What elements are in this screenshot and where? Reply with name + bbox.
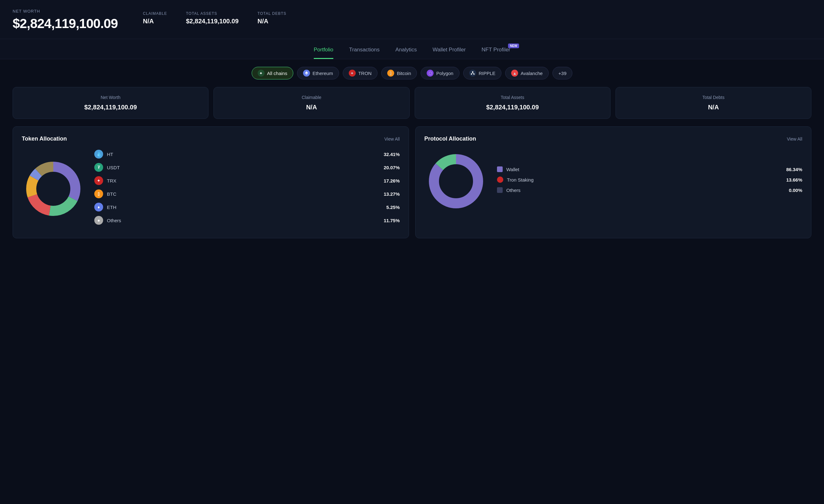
wallet-color	[497, 166, 503, 172]
token-allocation-card: Token Allocation View All	[13, 126, 409, 238]
claimable-value: N/A	[143, 18, 167, 25]
polygon-label: Polygon	[436, 71, 453, 76]
ethereum-label: Ethereum	[312, 71, 333, 76]
chain-btn-avalanche[interactable]: ▲ Avalanche	[505, 67, 549, 80]
tron-icon: ✦	[349, 70, 356, 77]
stats-card-networth: Net Worth $2,824,119,100.09	[13, 87, 208, 119]
ht-icon: 💧	[94, 150, 103, 158]
protocol-donut-chart	[424, 150, 488, 214]
new-badge: NEW	[508, 43, 519, 48]
tab-portfolio[interactable]: Portfolio	[314, 47, 333, 59]
svg-line-6	[473, 73, 474, 74]
total-assets-label: TOTAL ASSETS	[186, 11, 239, 16]
allchains-icon: ✦	[258, 70, 265, 77]
svg-marker-0	[305, 71, 308, 74]
others-token-pct: 11.75%	[384, 218, 400, 223]
ht-name: HT	[107, 152, 380, 157]
token-allocation-legend: 💧 HT 32.41% ₮ USDT 20.07% ✦ TRX 17.26% ₿…	[94, 150, 400, 229]
token-allocation-title: Token Allocation	[22, 136, 67, 142]
avalanche-icon: ▲	[511, 70, 518, 77]
chain-btn-allchains[interactable]: ✦ All chains	[251, 67, 293, 80]
avalanche-label: Avalanche	[521, 71, 543, 76]
usdt-name: USDT	[107, 165, 380, 170]
token-donut-chart	[22, 157, 85, 222]
others-token-icon: ●	[94, 216, 103, 225]
token-allocation-content: 💧 HT 32.41% ₮ USDT 20.07% ✦ TRX 17.26% ₿…	[22, 150, 400, 229]
stats-card-totalassets-label: Total Assets	[424, 95, 601, 100]
legend-item-tron-staking: Tron Staking 13.66%	[497, 176, 803, 183]
wallet-pct: 86.34%	[786, 167, 802, 172]
net-worth-value: $2,824,119,100.09	[13, 16, 118, 31]
total-debts-stat: TOTAL DEBTS N/A	[258, 11, 286, 25]
tab-analytics[interactable]: Analytics	[395, 47, 417, 59]
tab-transactions[interactable]: Transactions	[349, 47, 380, 59]
claimable-stat: CLAIMABLE N/A	[143, 11, 167, 25]
polygon-icon: ⬡	[427, 70, 434, 77]
stats-card-claimable-value: N/A	[223, 104, 400, 111]
btc-icon: ₿	[94, 190, 103, 198]
stats-card-claimable-label: Claimable	[223, 95, 400, 100]
tab-nft-profiler[interactable]: NFT Profiler NEW	[482, 47, 510, 59]
tab-wallet-profiler[interactable]: Wallet Profiler	[433, 47, 466, 59]
trx-icon: ✦	[94, 176, 103, 185]
trx-name: TRX	[107, 178, 380, 183]
top-bar: NET WORTH $2,824,119,100.09 CLAIMABLE N/…	[0, 0, 824, 39]
legend-item-ht: 💧 HT 32.41%	[94, 150, 400, 158]
eth-pct: 5.25%	[386, 205, 400, 210]
ripple-label: RIPPLE	[479, 71, 495, 76]
total-assets-stat: TOTAL ASSETS $2,824,119,100.09	[186, 11, 239, 25]
others-token-name: Others	[107, 218, 380, 223]
chain-btn-tron[interactable]: ✦ TRON	[343, 67, 378, 80]
stats-card-networth-value: $2,824,119,100.09	[22, 104, 199, 111]
legend-item-eth: ♦ ETH 5.25%	[94, 203, 400, 212]
btc-name: BTC	[107, 191, 380, 197]
chain-btn-more[interactable]: +39	[552, 67, 573, 80]
stats-cards: Net Worth $2,824,119,100.09 Claimable N/…	[0, 87, 824, 126]
btc-pct: 13.27%	[384, 191, 400, 197]
more-chains-label: +39	[558, 71, 566, 76]
total-debts-label: TOTAL DEBTS	[258, 11, 286, 16]
ht-pct: 32.41%	[384, 152, 400, 157]
svg-point-16	[440, 165, 472, 197]
nav-tabs: Portfolio Transactions Analytics Wallet …	[0, 39, 824, 59]
others-protocol-name: Others	[506, 187, 785, 193]
trx-pct: 17.26%	[384, 178, 400, 183]
protocol-allocation-title: Protocol Allocation	[424, 136, 476, 142]
legend-item-usdt: ₮ USDT 20.07%	[94, 163, 400, 172]
chain-btn-ethereum[interactable]: Ethereum	[297, 67, 339, 80]
eth-name: ETH	[107, 205, 383, 210]
allchains-label: All chains	[267, 71, 287, 76]
claimable-label: CLAIMABLE	[143, 11, 167, 16]
protocol-allocation-header: Protocol Allocation View All	[424, 136, 803, 142]
tron-staking-name: Tron Staking	[507, 177, 783, 182]
chain-btn-bitcoin[interactable]: ₿ Bitcoin	[381, 67, 417, 80]
protocol-allocation-view-all[interactable]: View All	[787, 136, 802, 141]
protocol-allocation-card: Protocol Allocation View All Wallet 86.3…	[415, 126, 812, 238]
usdt-icon: ₮	[94, 163, 103, 172]
stats-card-networth-label: Net Worth	[22, 95, 199, 100]
token-allocation-header: Token Allocation View All	[22, 136, 400, 142]
stats-card-totaldebts-value: N/A	[625, 104, 802, 111]
stats-card-totaldebts: Total Debts N/A	[616, 87, 811, 119]
token-allocation-view-all[interactable]: View All	[384, 136, 400, 141]
chain-btn-polygon[interactable]: ⬡ Polygon	[421, 67, 459, 80]
others-protocol-color	[497, 187, 503, 193]
net-worth-label: NET WORTH	[13, 9, 118, 14]
stats-card-totalassets: Total Assets $2,824,119,100.09	[415, 87, 611, 119]
bitcoin-label: Bitcoin	[397, 71, 411, 76]
chain-btn-ripple[interactable]: RIPPLE	[463, 67, 501, 80]
svg-point-2	[472, 71, 473, 73]
usdt-pct: 20.07%	[384, 165, 400, 170]
stats-card-claimable: Claimable N/A	[213, 87, 409, 119]
tron-staking-icon	[497, 176, 503, 183]
svg-point-13	[37, 173, 69, 205]
tron-label: TRON	[358, 71, 372, 76]
allocation-section: Token Allocation View All	[0, 126, 824, 251]
total-debts-value: N/A	[258, 18, 286, 25]
wallet-name: Wallet	[506, 167, 783, 172]
chain-filters: ✦ All chains Ethereum ✦ TRON ₿ Bitcoin ⬡…	[0, 59, 824, 87]
protocol-allocation-legend: Wallet 86.34% Tron Staking 13.66% Others…	[497, 166, 803, 197]
others-protocol-pct: 0.00%	[789, 187, 802, 193]
legend-item-trx: ✦ TRX 17.26%	[94, 176, 400, 185]
stats-card-totalassets-value: $2,824,119,100.09	[424, 104, 601, 111]
